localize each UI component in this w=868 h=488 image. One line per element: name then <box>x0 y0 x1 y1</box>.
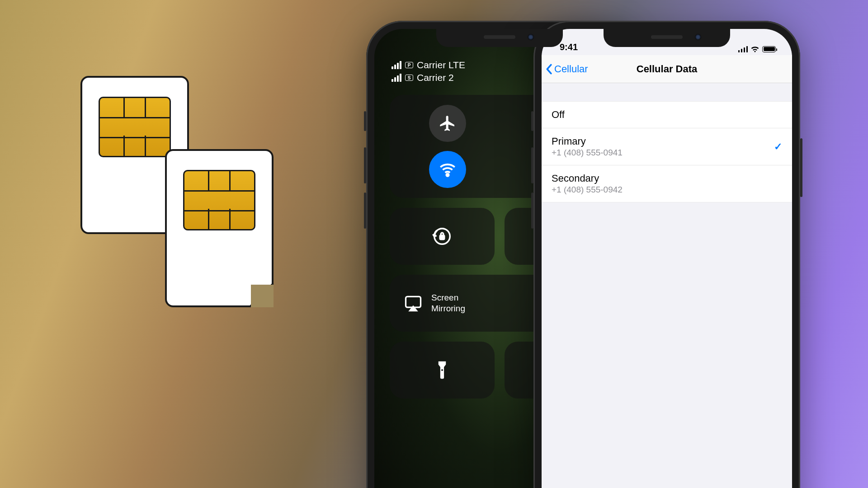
row-title: Secondary <box>552 173 623 184</box>
sim-card-illustration <box>165 149 274 307</box>
phone-notch <box>604 29 730 47</box>
signal-bars-icon <box>738 46 748 52</box>
option-primary[interactable]: Primary +1 (408) 555-0941 ✓ <box>542 128 792 165</box>
phone-settings: 9:41 Cellular Cellular Data Off Pr <box>533 21 800 488</box>
orientation-lock-toggle[interactable] <box>390 208 495 265</box>
option-secondary[interactable]: Secondary +1 (408) 555-0942 <box>542 165 792 202</box>
row-subtitle: +1 (408) 555-0941 <box>552 148 623 158</box>
carrier-label: Carrier 2 <box>417 72 454 83</box>
row-title: Off <box>552 109 565 121</box>
signal-bars-icon <box>392 61 401 69</box>
flashlight-icon <box>436 360 448 380</box>
back-button[interactable]: Cellular <box>542 63 593 75</box>
wifi-icon <box>438 160 457 179</box>
battery-icon <box>762 46 776 52</box>
svg-rect-3 <box>440 235 444 239</box>
sim-badge-primary: P <box>405 62 413 68</box>
wifi-toggle[interactable] <box>429 151 466 188</box>
sim-chip-icon <box>183 170 255 230</box>
status-time: 9:41 <box>560 42 578 52</box>
sim-chip-icon <box>99 97 171 157</box>
svg-point-5 <box>441 369 443 371</box>
chevron-left-icon <box>545 64 552 75</box>
airplane-icon <box>439 114 457 132</box>
airplane-mode-toggle[interactable] <box>429 105 466 142</box>
back-label: Cellular <box>554 63 588 75</box>
row-title: Primary <box>552 136 623 147</box>
checkmark-icon: ✓ <box>774 141 782 153</box>
lock-rotation-icon <box>432 226 453 247</box>
page-title: Cellular Data <box>637 63 698 75</box>
airplay-icon <box>403 293 423 313</box>
wifi-icon <box>750 46 760 52</box>
phone-notch <box>436 29 563 47</box>
carrier-label: Carrier LTE <box>417 60 465 70</box>
screen-mirroring-label: Screen Mirroring <box>431 292 465 314</box>
cellular-data-options: Off Primary +1 (408) 555-0941 ✓ Secondar… <box>542 101 792 202</box>
option-off[interactable]: Off <box>542 102 792 128</box>
sim-badge-secondary: S <box>405 75 413 81</box>
row-subtitle: +1 (408) 555-0942 <box>552 185 623 195</box>
svg-point-1 <box>446 174 448 176</box>
signal-bars-icon <box>392 74 401 82</box>
nav-bar: Cellular Cellular Data <box>542 55 792 83</box>
flashlight-toggle[interactable] <box>390 342 495 399</box>
